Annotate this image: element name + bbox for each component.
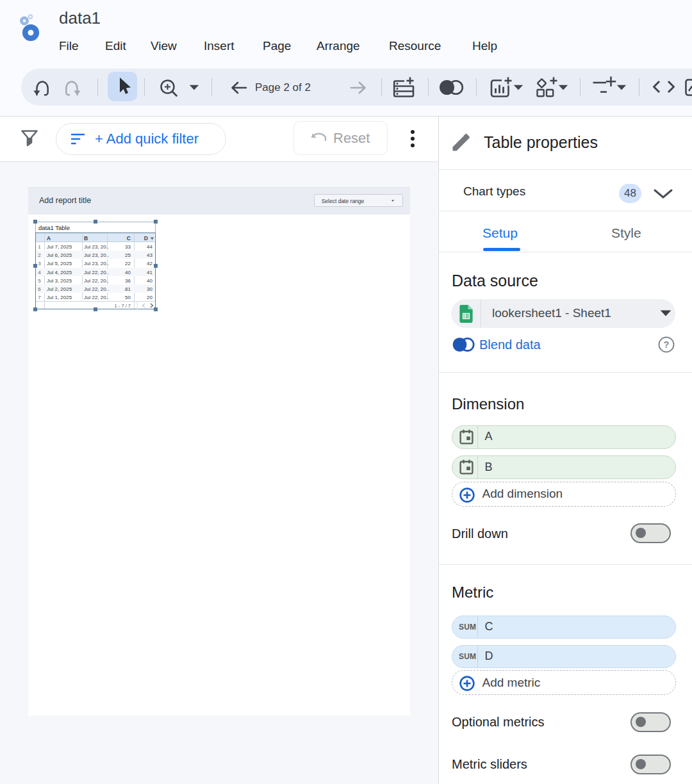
svg-text:?: ? bbox=[664, 339, 670, 350]
